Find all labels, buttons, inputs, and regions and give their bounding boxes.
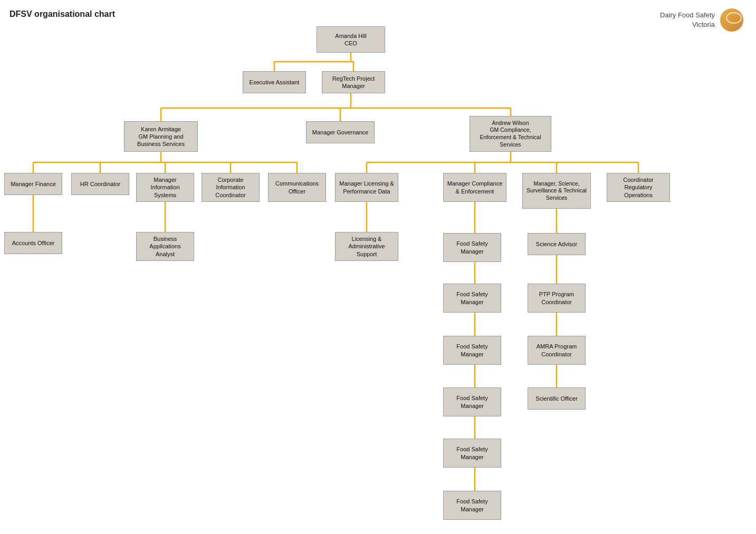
logo-line1: Dairy Food Safety	[660, 11, 715, 19]
box-fsm-3: Food Safety Manager	[443, 336, 501, 365]
logo-area: Dairy Food Safety Victoria	[660, 6, 745, 34]
box-licensing-admin: Licensing & Administrative Support	[335, 232, 398, 261]
box-mgr-info-sys: Manager Information Systems	[136, 173, 194, 202]
box-sci-officer: Scientific Officer	[528, 387, 586, 410]
box-regtech: RegTech ProjectManager	[322, 71, 385, 93]
box-mgr-gov: Manager Governance	[306, 121, 375, 143]
box-fsm-1: Food Safety Manager	[443, 233, 501, 262]
box-fsm-5: Food Safety Manager	[443, 439, 501, 468]
box-mgr-licensing: Manager Licensing & Performance Data	[335, 173, 398, 202]
logo-text: Dairy Food Safety Victoria	[660, 11, 715, 30]
box-fsm-2: Food Safety Manager	[443, 284, 501, 313]
box-biz-app-analyst: Business Applications Analyst	[136, 232, 194, 261]
box-mgr-science: Manager, Science, Surveillance & Technic…	[522, 173, 591, 209]
box-andrew: Andrew WilsonGM Compliance,Enforcement &…	[470, 116, 551, 152]
box-ptp-coord: PTP Program Coordinator	[528, 284, 586, 313]
box-mgr-compliance: Manager Compliance & Enforcement	[443, 173, 506, 202]
box-amra-coord: AMRA Program Coordinator	[528, 336, 586, 365]
logo-line2: Victoria	[692, 21, 715, 28]
logo-icon	[718, 6, 745, 34]
box-corp-info-coord: Corporate Information Coordinator	[202, 173, 260, 202]
page-title: DFSV organisational chart	[9, 9, 115, 19]
box-science-advisor: Science Advisor	[528, 233, 586, 255]
box-hr-coord: HR Coordinator	[71, 173, 129, 195]
box-ceo: Amanda HillCEO	[317, 26, 385, 53]
box-coord-reg-ops: Coordinator Regulatory Operations	[607, 173, 670, 202]
box-accounts-officer: Accounts Officer	[4, 232, 62, 254]
box-fsm-4: Food Safety Manager	[443, 387, 501, 416]
box-mgr-finance: Manager Finance	[4, 173, 62, 195]
box-exec-asst: Executive Assistant	[243, 71, 306, 93]
box-karen: Karen ArmitageGM Planning andBusiness Se…	[124, 121, 198, 152]
box-comms-officer: Communications Officer	[268, 173, 326, 202]
box-fsm-6: Food Safety Manager	[443, 491, 501, 520]
